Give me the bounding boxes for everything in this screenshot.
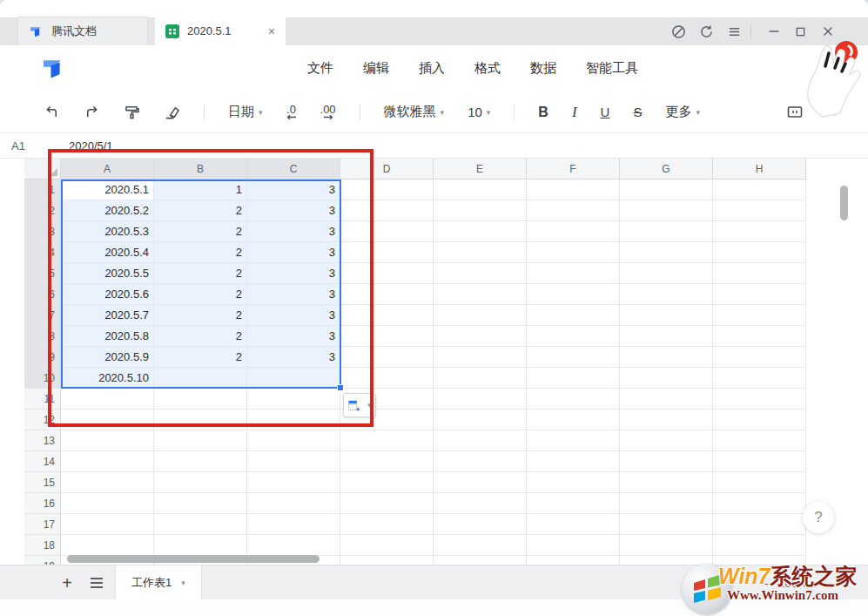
collapse-toolbar-icon[interactable] — [823, 108, 837, 117]
cell-A4[interactable]: 2020.5.4 — [61, 242, 154, 263]
cell-G2[interactable] — [620, 200, 713, 221]
row-header-13[interactable]: 13 — [24, 430, 61, 451]
help-button[interactable]: ? — [803, 502, 834, 533]
row-header-10[interactable]: 10 — [24, 368, 61, 389]
cell-B14[interactable] — [154, 451, 247, 472]
cell-C9[interactable]: 3 — [247, 347, 340, 368]
cell-B17[interactable] — [154, 514, 247, 535]
cell-C10[interactable] — [247, 368, 340, 389]
cell-G12[interactable] — [620, 410, 713, 430]
cell-F2[interactable] — [527, 200, 620, 221]
cell-B3[interactable]: 2 — [154, 221, 247, 242]
cell-E4[interactable] — [434, 242, 527, 263]
row-header-18[interactable]: 18 — [24, 535, 61, 556]
row-header-17[interactable]: 17 — [24, 514, 61, 535]
cell-E2[interactable] — [434, 200, 527, 221]
zoom-in-button[interactable]: + — [818, 577, 825, 590]
cell-E1[interactable] — [434, 179, 527, 200]
cell-D13[interactable] — [340, 430, 434, 451]
font-size-dropdown[interactable]: 10 ▾ — [468, 105, 490, 119]
menu-item-文件[interactable]: 文件 — [293, 60, 348, 77]
cell-E6[interactable] — [434, 284, 527, 305]
bold-button[interactable]: B — [538, 105, 548, 120]
cell-H1[interactable] — [713, 179, 806, 200]
add-sheet-button[interactable]: + — [57, 573, 77, 592]
minimize-button[interactable] — [764, 22, 784, 41]
cell-H16[interactable] — [713, 493, 806, 514]
menu-item-智能工具[interactable]: 智能工具 — [571, 60, 653, 77]
column-header-H[interactable]: H — [713, 159, 806, 179]
cell-E16[interactable] — [434, 493, 527, 514]
cell-F14[interactable] — [527, 451, 620, 472]
cell-B4[interactable]: 2 — [154, 242, 247, 263]
cell-H2[interactable] — [713, 200, 806, 221]
row-header-11[interactable]: 11 — [24, 389, 61, 410]
cell-E10[interactable] — [434, 368, 527, 389]
menu-item-数据[interactable]: 数据 — [515, 60, 571, 77]
cell-H4[interactable] — [713, 242, 806, 263]
cell-D16[interactable] — [340, 493, 434, 514]
cell-C2[interactable]: 3 — [247, 200, 340, 221]
cell-A17[interactable] — [61, 514, 154, 535]
cell-F6[interactable] — [527, 284, 620, 305]
cell-E3[interactable] — [434, 221, 527, 242]
select-all-corner[interactable] — [24, 159, 61, 179]
cell-F11[interactable] — [527, 389, 620, 410]
cell-E13[interactable] — [434, 430, 527, 451]
column-header-C[interactable]: C — [247, 159, 340, 179]
tab-document[interactable]: 2020.5.1 × — [155, 17, 286, 45]
cell-G1[interactable] — [620, 179, 713, 200]
cell-D10[interactable] — [340, 368, 434, 389]
cell-F5[interactable] — [527, 263, 620, 284]
format-painter-icon[interactable] — [124, 105, 140, 120]
cell-E12[interactable] — [434, 410, 527, 430]
cell-H9[interactable] — [713, 347, 806, 368]
font-family-dropdown[interactable]: 微软雅黑 ▾ — [384, 104, 445, 120]
cell-G16[interactable] — [620, 493, 713, 514]
cell-E7[interactable] — [434, 305, 527, 326]
cell-A8[interactable]: 2020.5.8 — [61, 326, 154, 347]
cell-D2[interactable] — [340, 200, 434, 221]
cell-D5[interactable] — [340, 263, 434, 284]
cell-D15[interactable] — [340, 472, 434, 493]
cell-B15[interactable] — [154, 472, 247, 493]
underline-button[interactable]: U — [601, 105, 610, 119]
cell-F17[interactable] — [527, 514, 620, 535]
cell-E14[interactable] — [434, 451, 527, 472]
cell-A11[interactable] — [61, 389, 154, 410]
cell-G6[interactable] — [620, 284, 713, 305]
cell-H7[interactable] — [713, 305, 806, 326]
cell-H17[interactable] — [713, 514, 806, 535]
cell-C15[interactable] — [247, 472, 340, 493]
cell-B12[interactable] — [154, 410, 247, 430]
cell-E5[interactable] — [434, 263, 527, 284]
italic-button[interactable]: I — [572, 104, 577, 121]
cell-G19[interactable] — [620, 556, 713, 565]
increase-decimal-button[interactable]: .00 — [320, 105, 336, 120]
cell-G8[interactable] — [620, 326, 713, 347]
cell-A14[interactable] — [61, 451, 154, 472]
cell-H13[interactable] — [713, 430, 806, 451]
cell-H15[interactable] — [713, 472, 806, 493]
cell-C1[interactable]: 3 — [247, 179, 340, 200]
column-header-E[interactable]: E — [434, 159, 527, 179]
cell-C16[interactable] — [247, 493, 340, 514]
cell-F16[interactable] — [527, 493, 620, 514]
cell-E15[interactable] — [434, 472, 527, 493]
cell-A15[interactable] — [61, 472, 154, 493]
row-header-15[interactable]: 15 — [24, 472, 61, 493]
cell-G13[interactable] — [620, 430, 713, 451]
blocked-icon[interactable] — [669, 22, 688, 41]
cell-G10[interactable] — [620, 368, 713, 389]
decrease-decimal-button[interactable]: .0 — [286, 105, 297, 120]
cell-G18[interactable] — [620, 535, 713, 556]
undo-button[interactable] — [44, 105, 60, 119]
cell-F15[interactable] — [527, 472, 620, 493]
cell-H19[interactable] — [713, 556, 806, 565]
cell-C11[interactable] — [247, 389, 340, 410]
cell-A1[interactable]: 2020.5.1 — [61, 179, 154, 200]
cell-F10[interactable] — [527, 368, 620, 389]
cell-B6[interactable]: 2 — [154, 284, 247, 305]
cell-B8[interactable]: 2 — [154, 326, 247, 347]
cell-F9[interactable] — [527, 347, 620, 368]
